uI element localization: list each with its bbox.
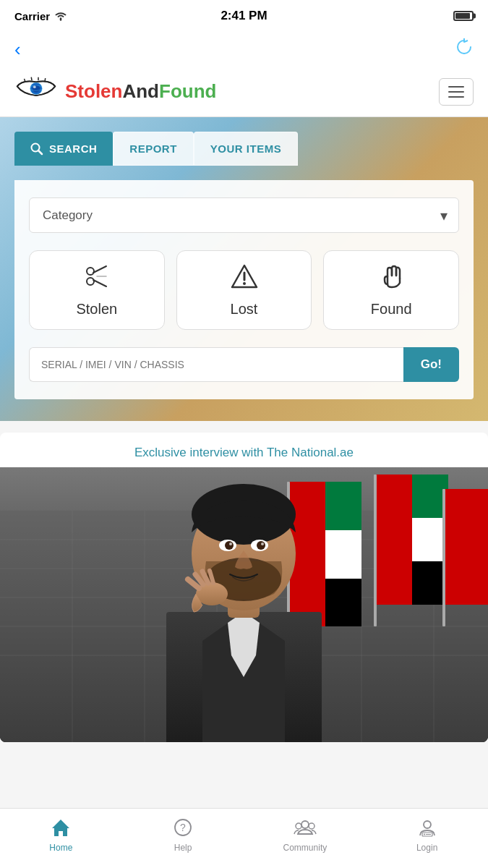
svg-rect-43 (442, 489, 445, 626)
svg-point-59 (229, 542, 232, 545)
status-time: 2:41 PM (221, 9, 267, 23)
tab-report[interactable]: REPORT (113, 132, 194, 166)
tab-login[interactable]: Login (366, 812, 488, 853)
help-svg-icon: ? (174, 818, 192, 837)
svg-point-6 (33, 85, 36, 88)
category-dropdown-wrapper: Category ▾ (29, 197, 459, 233)
svg-rect-41 (374, 475, 377, 626)
found-icon (377, 263, 405, 294)
wifi-icon (54, 11, 67, 21)
svg-rect-34 (325, 530, 361, 579)
nav-bar: ‹ (0, 32, 488, 67)
status-bar: Carrier 2:41 PM (0, 0, 488, 32)
community-icon (294, 818, 317, 840)
refresh-button[interactable] (455, 38, 474, 61)
search-icon (30, 142, 43, 156)
svg-line-12 (93, 266, 106, 273)
svg-point-17 (243, 282, 246, 285)
stolen-button[interactable]: Stolen (29, 250, 165, 330)
svg-rect-33 (325, 482, 361, 530)
serial-input[interactable] (29, 347, 403, 382)
found-label: Found (371, 301, 412, 318)
logo-text: StolenAndFound (65, 80, 216, 103)
svg-rect-42 (445, 489, 488, 605)
svg-point-57 (225, 541, 234, 550)
refresh-icon (455, 38, 474, 56)
svg-point-65 (301, 821, 309, 828)
serial-row: Go! (29, 347, 459, 382)
logo-stolen: Stolen (65, 80, 122, 102)
home-icon (51, 818, 71, 840)
svg-point-58 (257, 541, 265, 550)
tab-help[interactable]: ? Help (122, 812, 244, 853)
hamburger-line-1 (448, 86, 464, 88)
found-hand-icon (377, 263, 405, 290)
svg-point-70 (424, 834, 425, 835)
lost-warning-icon (231, 263, 258, 290)
svg-point-67 (309, 823, 314, 829)
battery-icon (453, 11, 474, 21)
logo-and: And (122, 80, 159, 102)
tabs-container: SEARCH REPORT YOUR ITEMS (14, 132, 474, 166)
tab-search[interactable]: SEARCH (14, 132, 113, 166)
svg-line-13 (93, 280, 106, 286)
lost-label: Lost (231, 301, 258, 318)
svg-line-9 (38, 150, 42, 154)
stolen-label: Stolen (76, 301, 117, 318)
bottom-tab-bar: Home ? Help Community (0, 808, 488, 868)
svg-point-68 (424, 821, 431, 828)
home-svg-icon (51, 818, 71, 837)
hamburger-line-2 (448, 91, 464, 93)
login-label: Login (416, 843, 437, 853)
community-svg-icon (294, 818, 317, 837)
hero-section: SEARCH REPORT YOUR ITEMS Category ▾ (0, 117, 488, 421)
svg-point-11 (87, 278, 94, 285)
found-button[interactable]: Found (323, 250, 459, 330)
svg-rect-35 (325, 579, 361, 626)
svg-point-60 (261, 542, 264, 545)
logo-found: Found (159, 80, 216, 102)
logo-icon (14, 75, 58, 108)
svg-line-3 (45, 78, 46, 82)
hamburger-line-3 (448, 96, 464, 98)
carrier-text: Carrier (14, 10, 67, 22)
hamburger-button[interactable] (439, 78, 474, 106)
help-label: Help (174, 843, 192, 853)
community-label: Community (283, 843, 328, 853)
svg-rect-37 (376, 475, 412, 605)
svg-point-66 (296, 823, 301, 829)
tab-your-items[interactable]: YOUR ITEMS (194, 132, 298, 166)
help-icon: ? (174, 818, 192, 840)
lost-icon (231, 263, 258, 294)
back-button[interactable]: ‹ (14, 38, 21, 61)
svg-point-10 (87, 268, 94, 275)
login-icon (418, 818, 437, 840)
stolen-scissors-icon (83, 263, 111, 290)
article-image-svg (0, 467, 488, 742)
svg-line-1 (31, 77, 32, 81)
status-right (453, 11, 474, 21)
article-image (0, 467, 488, 742)
home-label: Home (49, 843, 72, 853)
tab-home[interactable]: Home (0, 812, 122, 853)
login-svg-icon (418, 818, 437, 837)
svg-text:?: ? (180, 822, 186, 833)
svg-point-5 (33, 85, 40, 93)
logo: StolenAndFound (14, 75, 216, 108)
category-select[interactable]: Category (29, 197, 459, 233)
lost-button[interactable]: Lost (176, 250, 312, 330)
article-section: Exclusive interview with The National.ae (0, 433, 488, 742)
search-panel: Category ▾ (14, 180, 474, 399)
stolen-icon (83, 263, 111, 294)
article-title[interactable]: Exclusive interview with The National.ae (0, 433, 488, 467)
app-header: StolenAndFound (0, 67, 488, 117)
type-buttons-container: Stolen Lost (29, 250, 459, 330)
go-button[interactable]: Go! (403, 347, 459, 382)
svg-marker-62 (52, 820, 69, 836)
tab-community[interactable]: Community (244, 812, 367, 853)
